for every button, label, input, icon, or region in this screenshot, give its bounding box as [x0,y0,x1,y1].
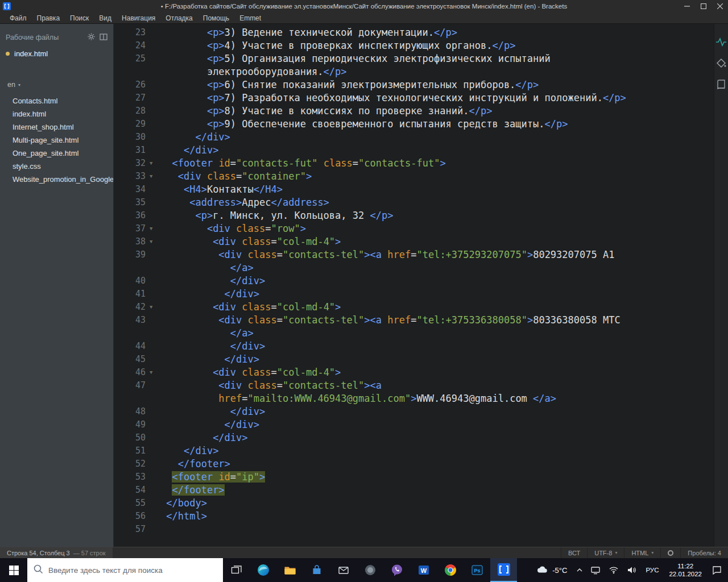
code-row[interactable]: 35 <address>Адрес</address> [114,196,714,209]
code-row[interactable]: </a> [114,327,714,340]
code-row[interactable]: 29 <p>9) Обеспечение своевременного испы… [114,118,714,131]
code-row[interactable]: href="mailto:WWW.46943@gmail.com">WWW.46… [114,392,714,405]
minimize-button[interactable] [679,0,695,13]
split-view-icon[interactable] [100,32,107,43]
taskbar-viber-icon[interactable] [383,558,410,582]
file-tree-item[interactable]: Contacts.html [0,94,113,107]
action-center-icon[interactable] [707,566,728,575]
code-row[interactable]: 45 </div> [114,353,714,366]
fold-arrow-icon[interactable]: ▼ [146,170,160,183]
code-row[interactable]: электрооборудования.</p> [114,65,714,78]
menu-item[interactable]: Emmet [234,14,266,22]
weather-widget[interactable]: -5°C [531,565,572,576]
code-row[interactable]: 27 <p>7) Разработка необходимых технолог… [114,92,714,105]
monitor-icon[interactable] [587,566,605,575]
taskbar-photoshop-icon[interactable]: Ps [464,558,490,582]
menu-item[interactable]: Вид [94,14,117,22]
menu-item[interactable]: Помощь [198,14,234,22]
taskbar-chrome-icon[interactable] [437,558,464,582]
file-tree-item[interactable]: Internet_shop.html [0,120,113,134]
encoding-selector[interactable]: UTF-8▾ [587,547,624,558]
taskbar-edge-icon[interactable] [250,558,276,582]
file-tree-item[interactable]: style.css [0,160,113,173]
gear-icon[interactable] [88,32,95,43]
code-row[interactable]: 53 <footer id="ip"> [114,471,714,484]
fold-arrow-icon[interactable]: ▼ [146,366,160,379]
code-row[interactable]: 30 </div> [114,131,714,144]
working-file-item[interactable]: index.html [0,46,113,61]
fold-arrow-icon[interactable]: ▼ [146,157,160,170]
code-row[interactable]: 49 </div> [114,418,714,431]
fold-arrow-icon[interactable]: ▼ [146,235,160,248]
insert-mode-indicator[interactable]: ВСТ [561,547,587,558]
hidden-icons-chevron[interactable] [572,568,587,572]
fold-gutter [146,314,160,327]
language-indicator[interactable]: РУС [640,567,664,573]
code-row[interactable]: 57 [114,523,714,536]
taskbar-file-explorer-icon[interactable] [276,558,303,582]
code-row[interactable]: 54 </footer> [114,484,714,497]
code-row[interactable]: 37▼ <div class="row"> [114,222,714,235]
fold-arrow-icon[interactable]: ▼ [146,222,160,235]
code-row[interactable]: 42▼ <div class="col-md-4"> [114,301,714,314]
network-icon[interactable] [605,566,623,574]
code-row[interactable]: 38▼ <div class="col-md-4"> [114,235,714,248]
code-row[interactable]: 44 </div> [114,340,714,353]
file-tree-item[interactable]: Website_promotion_in_Google.h [0,173,113,186]
language-selector[interactable]: HTML▾ [624,547,660,558]
code-row[interactable]: 46▼ <div class="col-md-4"> [114,366,714,379]
code-row[interactable]: 52 </footer> [114,458,714,471]
code-row[interactable]: 55 </body> [114,497,714,510]
code-row[interactable]: 28 <p>8) Участие в комиссиях по проверке… [114,105,714,118]
task-view-button[interactable] [223,558,250,582]
code-row[interactable]: 56 </html> [114,510,714,523]
menu-item[interactable]: Правка [32,14,65,22]
live-preview-icon[interactable] [715,38,727,49]
code-row[interactable]: 47 <div class="contacts-tel"><a [114,379,714,392]
taskbar-gray-app-icon[interactable] [357,558,383,582]
file-tree-item[interactable]: index.html [0,107,113,120]
taskbar-clock[interactable]: 11:22 22.01.2022 [664,562,707,578]
taskbar-mail-icon[interactable] [330,558,357,582]
code-row[interactable]: 33▼ <div class="container"> [114,170,714,183]
paint-bucket-icon[interactable] [716,58,726,70]
close-button[interactable] [712,0,728,13]
taskbar-search[interactable] [27,558,223,582]
code-row[interactable]: 41 </div> [114,288,714,301]
menubar: ФайлПравкаПоискВидНавигацияОтладкаПомощь… [0,13,728,24]
code-row[interactable]: 32▼ <footer id="contacts-fut" class="con… [114,157,714,170]
code-row[interactable]: 36 <p>г. Минск, ул. Кольцова, 32 </p> [114,209,714,222]
menu-item[interactable]: Поиск [65,14,94,22]
indentation-setting[interactable]: Пробелы: 4 [680,547,728,558]
file-tree-item[interactable]: One_page_site.html [0,147,113,160]
lint-status[interactable] [660,547,680,558]
code-row[interactable]: 50 </div> [114,431,714,444]
fold-arrow-icon[interactable]: ▼ [146,301,160,314]
search-input[interactable] [48,566,217,575]
code-row[interactable]: 40 </div> [114,275,714,288]
book-icon[interactable] [717,80,726,92]
file-tree-item[interactable]: Multi-page_site.html [0,134,113,147]
code-row[interactable]: 26 <p>6) Снятие показаний электроизмерит… [114,78,714,92]
code-row[interactable]: 23 <p>3) Ведение технической документаци… [114,26,714,39]
code-row[interactable]: 25 <p>5) Организация периодических элект… [114,52,714,65]
taskbar-brackets-icon[interactable] [490,558,517,582]
menu-item[interactable]: Файл [5,14,32,22]
editor[interactable]: 23 <p>3) Ведение технической документаци… [114,24,714,547]
taskbar-word-icon[interactable]: W [410,558,437,582]
code-row[interactable]: 51 </div> [114,444,714,458]
code-row[interactable]: 48 </div> [114,405,714,418]
code-row[interactable]: 43 <div class="contacts-tel"><a href="te… [114,314,714,327]
code-row[interactable]: 39 <div class="contacts-tel"><a href="te… [114,248,714,261]
menu-item[interactable]: Навигация [117,14,160,22]
taskbar-store-icon[interactable] [303,558,330,582]
code-row[interactable]: 34 <H4>Контакты</H4> [114,183,714,196]
menu-item[interactable]: Отладка [160,14,197,22]
volume-icon[interactable] [623,566,640,574]
code-row[interactable]: 24 <p>4) Участие в проверках инспектирую… [114,39,714,52]
code-row[interactable]: </a> [114,261,714,275]
code-row[interactable]: 31 </div> [114,144,714,157]
maximize-button[interactable] [695,0,712,13]
project-dropdown[interactable]: en ▾ [0,77,113,92]
start-button[interactable] [0,558,27,582]
